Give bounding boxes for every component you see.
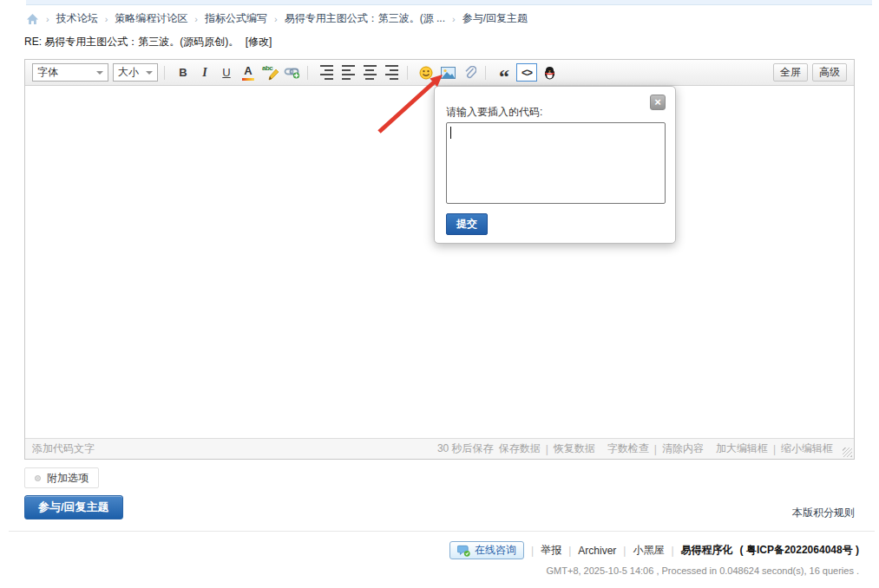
breadcrumb-separator: › [194, 14, 198, 24]
submit-code-button[interactable]: 提交 [446, 213, 488, 235]
dialog-prompt: 请输入要插入的代码: [446, 105, 542, 120]
enlarge-editor-link[interactable]: 加大编辑框 [716, 441, 768, 456]
insert-code-dialog: × 请输入要插入的代码: 提交 [434, 86, 676, 244]
align-left-icon [342, 65, 355, 80]
font-color-bar [242, 78, 254, 81]
extra-options-label: 附加选项 [47, 471, 89, 486]
font-family-select-label: 字体 [37, 65, 58, 80]
link-icon [284, 66, 300, 79]
advanced-mode-button[interactable]: 高级 [812, 63, 847, 82]
breadcrumb-separator: › [105, 14, 108, 24]
footer-links-row: 在线咨询 | 举报 | Archiver | 小黑屋 | 易得程序化 ( 粤IC… [449, 541, 859, 559]
statusbar-tools: 30 秒后保存 保存数据 | 恢复数据 字数检查 | 清除内容 加大编辑框 | … [437, 441, 847, 456]
autosave-notice: 30 秒后保存 [437, 441, 494, 456]
statusbar-hint: 添加代码文字 [32, 441, 95, 456]
credit-rules-link[interactable]: 本版积分规则 [792, 506, 855, 520]
icp-number: ( 粤ICP备2022064048号 ) [740, 543, 859, 558]
extra-options-button[interactable]: 附加选项 [24, 467, 99, 488]
breadcrumb-link-section[interactable]: 策略编程讨论区 [115, 11, 187, 26]
toolbar-divider [164, 66, 165, 80]
dialog-close-button[interactable]: × [650, 95, 666, 110]
toolbar-divider [485, 66, 486, 80]
align-justify-icon [320, 65, 333, 80]
paperclip-icon [463, 66, 476, 80]
pencil-icon [266, 69, 279, 82]
breadcrumb-separator: › [46, 14, 49, 24]
qq-media-button[interactable] [540, 63, 559, 82]
align-justify-button[interactable] [317, 63, 336, 82]
insert-image-button[interactable] [438, 63, 457, 82]
footer-separator: | [568, 545, 571, 557]
top-strip [26, 0, 872, 5]
breadcrumb-link-forum[interactable]: 技术论坛 [56, 11, 98, 26]
font-size-select-label: 大小 [118, 65, 139, 80]
toolbar-divider [307, 66, 308, 80]
editor-statusbar: 添加代码文字 30 秒后保存 保存数据 | 恢复数据 字数检查 | 清除内容 加… [25, 438, 854, 459]
bold-icon: B [179, 66, 187, 79]
quote-icon: “ [499, 67, 509, 79]
footer-separator: | [531, 545, 534, 557]
reply-submit-button[interactable]: 参与/回复主题 [24, 495, 123, 519]
code-input-textarea[interactable] [446, 122, 666, 204]
archiver-link[interactable]: Archiver [578, 545, 616, 557]
breadcrumb-link-subforum[interactable]: 指标公式编写 [205, 11, 267, 26]
chevron-down-icon [96, 71, 103, 75]
smiley-button[interactable] [417, 63, 436, 82]
editor-toolbar: 字体 大小 B I U A abc [25, 60, 854, 86]
forum-reply-page: › 技术论坛 › 策略编程讨论区 › 指标公式编写 › 易得专用主图公式：第三波… [0, 0, 879, 588]
modify-link[interactable]: [修改] [246, 36, 272, 48]
font-family-select[interactable]: 字体 [32, 63, 108, 82]
breadcrumb: › 技术论坛 › 策略编程讨论区 › 指标公式编写 › 易得专用主图公式：第三波… [26, 11, 528, 26]
status-separator: | [546, 443, 548, 455]
clear-content-link[interactable]: 清除内容 [662, 441, 704, 456]
footer-separator: | [623, 545, 626, 557]
code-icon: <> [521, 67, 532, 79]
align-right-icon [385, 65, 398, 80]
align-center-button[interactable] [360, 63, 379, 82]
toolbar-right-group: 全屏 高级 [773, 63, 847, 82]
bold-button[interactable]: B [174, 63, 193, 82]
footer-stats: GMT+8, 2025-10-5 14:06 , Processed in 0.… [449, 565, 859, 576]
highlight-button[interactable]: abc [260, 63, 279, 82]
insert-code-button[interactable]: <> [516, 63, 537, 82]
underline-icon: U [222, 66, 230, 79]
report-link[interactable]: 举报 [541, 543, 561, 558]
reply-title: RE: 易得专用主图公式：第三波。(源码原创)。 [24, 36, 239, 48]
italic-button[interactable]: I [195, 63, 214, 82]
site-name-link[interactable]: 易得程序化 [681, 543, 733, 558]
footer: 在线咨询 | 举报 | Archiver | 小黑屋 | 易得程序化 ( 粤IC… [449, 541, 859, 576]
word-count-link[interactable]: 字数检查 [607, 441, 649, 456]
radio-bullet-icon [35, 475, 41, 481]
font-color-button[interactable]: A [239, 63, 258, 82]
image-icon [441, 67, 456, 79]
font-size-select[interactable]: 大小 [113, 63, 158, 82]
align-left-button[interactable] [338, 63, 358, 82]
breadcrumb-separator: › [452, 14, 456, 24]
reply-title-line: RE: 易得专用主图公式：第三波。(源码原创)。 [修改] [24, 35, 272, 49]
breadcrumb-link-thread[interactable]: 易得专用主图公式：第三波。(源 ... [285, 11, 445, 26]
chevron-down-icon [146, 71, 153, 75]
home-icon[interactable] [26, 13, 39, 25]
resize-grip[interactable] [843, 448, 852, 457]
toolbar-divider [407, 66, 408, 80]
online-service-button[interactable]: 在线咨询 [449, 541, 524, 559]
insert-link-button[interactable] [282, 63, 301, 82]
save-data-link[interactable]: 保存数据 [499, 441, 541, 456]
shrink-editor-link[interactable]: 缩小编辑框 [781, 441, 833, 456]
quote-button[interactable]: “ [495, 63, 514, 82]
align-center-icon [364, 65, 377, 80]
align-right-button[interactable] [382, 63, 401, 82]
status-separator: | [654, 443, 657, 455]
blackroom-link[interactable]: 小黑屋 [633, 543, 664, 558]
smiley-icon [419, 66, 433, 80]
footer-divider [9, 531, 875, 532]
breadcrumb-link-reply[interactable]: 参与/回复主题 [462, 11, 528, 26]
restore-data-link[interactable]: 恢复数据 [554, 441, 595, 456]
attachment-button[interactable] [460, 63, 479, 82]
text-cursor [450, 127, 451, 139]
status-separator: | [773, 443, 776, 455]
breadcrumb-separator: › [274, 14, 278, 24]
underline-button[interactable]: U [217, 63, 236, 82]
footer-separator: | [671, 545, 673, 557]
fullscreen-button[interactable]: 全屏 [773, 63, 808, 82]
